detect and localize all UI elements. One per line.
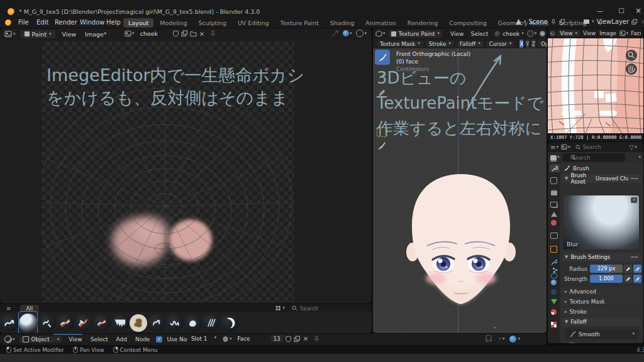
brush-preview[interactable]: ▾ Blur [564, 195, 639, 250]
tab-material[interactable] [550, 308, 558, 316]
image-name-field[interactable]: Face [234, 335, 269, 343]
tab-view-layer[interactable] [550, 200, 558, 209]
menu-add[interactable]: Add [114, 336, 128, 343]
asset-shelf-expand-icon[interactable]: ⌃ [492, 326, 497, 332]
properties-options-dropdown[interactable]: ▾ [638, 155, 641, 160]
overlay-dropdown[interactable]: ▾ [356, 30, 367, 37]
fake-user-icon[interactable] [172, 30, 179, 37]
filter-list-dropdown[interactable]: ≡▾ [550, 144, 558, 151]
shelf-menu-icon[interactable]: ≡ [6, 305, 11, 312]
unlink-icon[interactable] [303, 336, 309, 342]
scene-selector[interactable]: ▾ Scene [516, 18, 574, 25]
brush-asset-panel-header[interactable]: ▼Brush Asset Unsaved Changes ══ [562, 174, 641, 183]
preview-expand-dropdown[interactable]: ▾ [631, 197, 637, 203]
mode-dropdown[interactable]: Paint▾ [21, 30, 55, 38]
brush-thumb-erase-3[interactable] [92, 312, 111, 333]
funnel-filter-dropdown[interactable]: ▽▾ [629, 144, 636, 151]
radius-animate-button[interactable] [624, 265, 632, 273]
brush-settings-panel-header[interactable]: ▼Brush Settings ══ [562, 253, 641, 261]
workspace-tab-animation[interactable]: Animation [360, 18, 401, 28]
brush-thumb-strokes[interactable] [202, 312, 220, 333]
tab-texture[interactable] [550, 321, 558, 329]
copy-icon[interactable] [559, 19, 565, 25]
stroke-section-header[interactable]: ▸Stroke [562, 307, 641, 315]
close-button[interactable]: × [633, 6, 644, 15]
menu-help[interactable]: Help [104, 19, 123, 26]
snapping-dropdown[interactable]: ⁘▾ [497, 336, 504, 342]
overlays-dropdown[interactable]: ▾ [509, 336, 520, 343]
browse-image-icon[interactable]: ▾ [125, 30, 135, 37]
character-face[interactable] [404, 172, 518, 310]
unlink-icon[interactable] [568, 19, 574, 25]
brush-thumb-erase-1[interactable] [56, 312, 74, 333]
shader-type-dropdown[interactable]: Object▾ [19, 336, 63, 343]
menu-view[interactable]: View [60, 31, 79, 38]
pin-icon[interactable] [313, 336, 320, 343]
brush-thumb-squiggle-2[interactable] [165, 312, 184, 333]
face-texture-zoomed[interactable] [548, 38, 643, 133]
use-nodes-checkbox[interactable]: ✓ [156, 336, 162, 343]
editor-type-dropdown[interactable]: ▾ [4, 336, 15, 343]
menu-view[interactable]: View [582, 30, 596, 36]
tab-output[interactable] [550, 189, 558, 197]
menu-node[interactable]: Node [133, 336, 152, 343]
browse-image-icon[interactable]: ▾ [619, 30, 629, 36]
workspace-tab-uv-editing[interactable]: UV Editing [233, 18, 274, 28]
slot-dropdown[interactable]: Slot 1▾ [187, 335, 220, 343]
menu-select[interactable]: Select [89, 336, 110, 343]
unlink-image-icon[interactable] [199, 31, 205, 37]
properties-icon-dropdown[interactable]: ▾ [550, 155, 560, 160]
panel-grip-icon[interactable]: ══ [631, 176, 638, 182]
brush-thumb-lasso[interactable] [129, 312, 147, 333]
workspace-tab-texture-paint[interactable]: Texture Paint [275, 18, 323, 28]
tab-scene[interactable] [550, 210, 558, 218]
strength-slider[interactable]: 1.000 [590, 275, 623, 283]
tab-mesh-data[interactable] [550, 297, 558, 305]
menu-edit[interactable]: Edit [35, 19, 50, 26]
menu-render[interactable]: Render [53, 19, 79, 26]
display-mode-dropdown[interactable]: ▾ [275, 305, 285, 311]
tab-constraints[interactable] [550, 278, 558, 287]
minimize-button[interactable]: — [592, 8, 608, 14]
radius-pressure-button[interactable] [633, 265, 641, 273]
workspace-tab-shading[interactable]: Shading [325, 18, 360, 28]
new-image-icon[interactable] [181, 30, 188, 37]
strength-pressure-button[interactable] [633, 275, 641, 283]
snap-magnet-icon[interactable] [485, 335, 492, 343]
shading-dropdown[interactable]: ▾ [343, 30, 352, 36]
normal-falloff-checkbox[interactable]: ✓ [569, 343, 575, 343]
workspace-tab-layout[interactable]: Layout [123, 18, 153, 28]
blender-menu-icon[interactable] [5, 19, 11, 26]
brush-thumb-crescent[interactable] [220, 312, 238, 333]
editor-type-dropdown[interactable]: ▾ [4, 30, 16, 38]
brush-thumb-draw[interactable] [0, 312, 18, 333]
texture-mask-section-header[interactable]: ▸Texture Mask [562, 297, 641, 305]
brush-thumb-smear[interactable] [38, 312, 56, 333]
menu-view[interactable]: View [67, 336, 84, 343]
tab-object-data[interactable] [550, 288, 558, 296]
tab-world[interactable] [550, 219, 558, 227]
pin-icon[interactable] [550, 19, 557, 25]
image-name-field[interactable]: cheek [136, 30, 170, 38]
workspace-tab-sculpting[interactable]: Sculpting [194, 18, 231, 28]
radius-slider[interactable]: 229 px [590, 265, 623, 273]
remove-icon[interactable] [640, 19, 644, 25]
menu-image[interactable]: Image* [83, 31, 109, 38]
editor-type-icon[interactable] [550, 30, 555, 37]
browse-image-dropdown[interactable]: ▾ [222, 336, 232, 343]
pin-icon[interactable] [209, 30, 216, 37]
strength-animate-button[interactable] [624, 275, 632, 283]
menu-file[interactable]: File [16, 19, 31, 26]
panel-grip-icon[interactable]: ══ [631, 255, 638, 260]
viewlayer-selector[interactable]: ▾ ViewLayer [584, 18, 644, 25]
tab-tool[interactable] [550, 164, 560, 172]
shelf-search-input[interactable] [290, 304, 368, 312]
brush-thumb-blur-selected[interactable] [18, 311, 38, 333]
advanced-section-header[interactable]: ▸Advanced [562, 287, 641, 295]
menu-image[interactable]: Image [599, 30, 617, 36]
menu-window[interactable]: Window [78, 19, 106, 26]
workspace-tab-modeling[interactable]: Modeling [155, 18, 192, 28]
open-image-icon[interactable] [190, 30, 197, 37]
image-name[interactable]: Face_ [631, 30, 641, 36]
falloff-type-dropdown[interactable]: Smooth ▾ [566, 329, 638, 339]
